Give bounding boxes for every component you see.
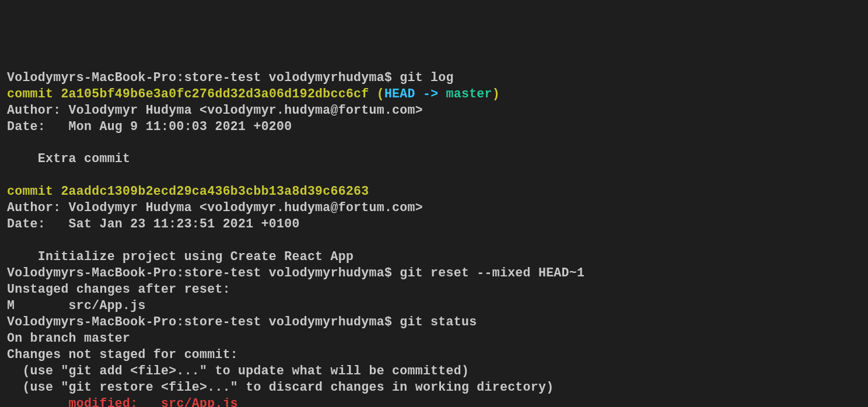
status-hint: (use "git add <file>..." to update what … xyxy=(7,364,469,378)
command: git reset --mixed HEAD~1 xyxy=(400,266,584,280)
commit-date: Date: Sat Jan 23 11:23:51 2021 +0100 xyxy=(7,217,300,231)
commit-author: Author: Volodymyr Hudyma <volodymyr.hudy… xyxy=(7,103,423,117)
prompt: Volodymyrs-MacBook-Pro:store-test volody… xyxy=(7,71,400,85)
prompt: Volodymyrs-MacBook-Pro:store-test volody… xyxy=(7,266,400,280)
paren-open: ( xyxy=(369,87,384,101)
head-ref: HEAD -> xyxy=(384,87,446,101)
commit-line: commit 2aaddc1309b2ecd29ca436b3cbb13a8d3… xyxy=(7,184,369,198)
commit-date: Date: Mon Aug 9 11:00:03 2021 +0200 xyxy=(7,120,292,134)
paren-close: ) xyxy=(492,87,500,101)
reset-output: Unstaged changes after reset: xyxy=(7,282,230,296)
commit-message: Initialize project using Create React Ap… xyxy=(7,250,354,264)
commit-hash: 2a105bf49b6e3a0fc276dd32d3a06d192dbcc6cf xyxy=(61,87,369,101)
status-not-staged: Changes not staged for commit: xyxy=(7,348,238,362)
status-hint: (use "git restore <file>..." to discard … xyxy=(7,380,554,394)
status-branch: On branch master xyxy=(7,331,130,345)
commit-author: Author: Volodymyr Hudyma <volodymyr.hudy… xyxy=(7,201,423,215)
prompt: Volodymyrs-MacBook-Pro:store-test volody… xyxy=(7,315,400,329)
commit-label: commit xyxy=(7,87,61,101)
status-modified: modified: src/App.js xyxy=(7,397,238,408)
commit-message: Extra commit xyxy=(7,152,130,166)
command: git status xyxy=(400,315,477,329)
command: git log xyxy=(400,71,453,85)
reset-output: M src/App.js xyxy=(7,299,146,313)
branch-name: master xyxy=(446,87,492,101)
terminal-output[interactable]: Volodymyrs-MacBook-Pro:store-test volody… xyxy=(7,70,861,407)
